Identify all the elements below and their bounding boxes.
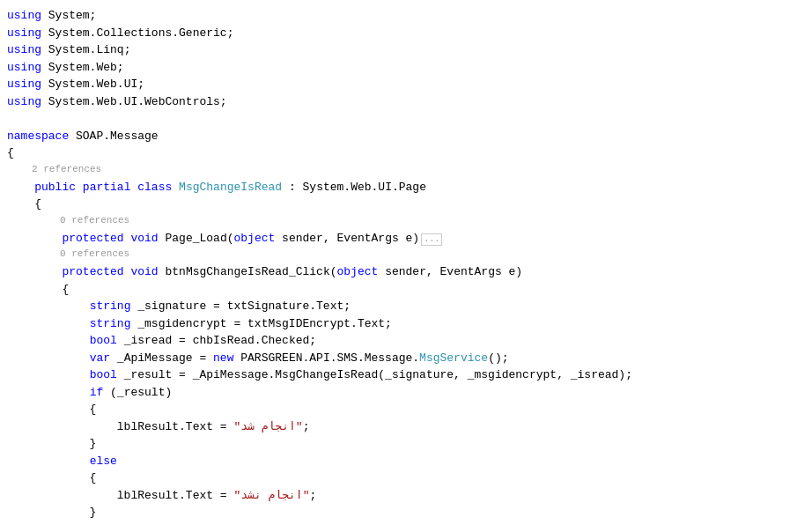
line-sig: string _signature = txtSignature.Text; [0, 298, 812, 315]
line-brace-2: { [0, 196, 812, 213]
line-api: var _ApiMessage = new PARSGREEN.API.SMS.… [0, 350, 812, 367]
line-msgid: string _msgidencrypt = txtMsgIDEncrypt.T… [0, 315, 812, 333]
line-ref-2: 2 references [0, 162, 812, 179]
line-using-4: using System.Web; [0, 59, 812, 77]
line-using-6: using System.Web.UI.WebControls; [0, 93, 812, 111]
line-brace-3: { [0, 281, 812, 299]
line-pageload: protected void Page_Load(object sender, … [0, 230, 812, 248]
line-class: public partial class MsgChangeIsRead : S… [0, 179, 812, 196]
line-namespace: namespace SOAP.Message [0, 128, 812, 145]
line-using-5: using System.Web.UI; [0, 76, 812, 93]
line-ref-0a: 0 references [0, 213, 812, 230]
line-btnclick: protected void btnMsgChangeIsRead_Click(… [0, 263, 812, 281]
line-lbl2: lblResult.Text = "انجام نشد"; [0, 487, 812, 505]
line-brace-5-close: } [0, 504, 812, 521]
line-brace-5: { [0, 470, 812, 487]
line-ref-0b: 0 references [0, 247, 812, 263]
line-lbl1: lblResult.Text = "انجام شد"; [0, 418, 812, 436]
line-using-2: using System.Collections.Generic; [0, 25, 812, 42]
line-brace-4: { [0, 401, 812, 418]
line-else: else [0, 453, 812, 470]
code-editor: using System; using System.Collections.G… [0, 7, 812, 525]
collapse-pageload[interactable]: ... [421, 233, 442, 246]
line-brace-1: { [0, 144, 812, 162]
line-using-1: using System; [0, 7, 812, 25]
line-if: if (_result) [0, 384, 812, 402]
line-brace-4-close: } [0, 435, 812, 453]
line-using-3: using System.Linq; [0, 41, 812, 59]
line-brace-3-close: } [0, 521, 812, 526]
line-result: bool _result = _ApiMessage.MsgChangeIsRe… [0, 366, 812, 384]
line-isread: bool _isread = chbIsRead.Checked; [0, 332, 812, 350]
line-empty-1 [0, 110, 812, 128]
